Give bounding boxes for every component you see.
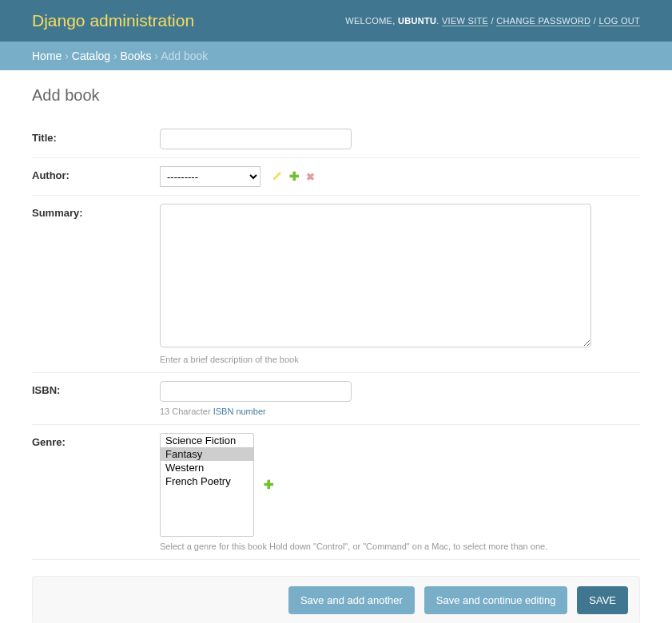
breadcrumb-current: Add book: [161, 50, 208, 62]
delete-author-icon[interactable]: ✖: [306, 171, 315, 183]
genre-select[interactable]: Science FictionFantasyWesternFrench Poet…: [160, 433, 254, 537]
isbn-label: ISBN:: [32, 381, 160, 396]
submit-row: Save and add another Save and continue e…: [32, 576, 640, 623]
breadcrumb-app[interactable]: Catalog: [72, 50, 110, 62]
add-genre-icon[interactable]: ✚: [264, 478, 274, 492]
genre-option[interactable]: French Poetry: [161, 474, 253, 488]
summary-label: Summary:: [32, 204, 160, 219]
genre-option[interactable]: Fantasy: [161, 447, 253, 461]
breadcrumb-model[interactable]: Books: [121, 50, 152, 62]
isbn-input[interactable]: [160, 381, 352, 402]
summary-help: Enter a brief description of the book: [160, 355, 640, 364]
username: UBUNTU: [398, 16, 436, 26]
breadcrumb-home[interactable]: Home: [32, 50, 62, 62]
user-tools: WELCOME, UBUNTU. VIEW SITE / CHANGE PASS…: [345, 16, 640, 26]
isbn-help: 13 Character ISBN number: [160, 407, 640, 416]
logout-link[interactable]: LOG OUT: [598, 16, 640, 26]
author-label: Author:: [32, 166, 160, 181]
change-author-icon[interactable]: [272, 170, 283, 184]
genre-option[interactable]: Western: [161, 461, 253, 474]
isbn-help-link[interactable]: ISBN number: [213, 407, 266, 416]
summary-textarea[interactable]: [160, 204, 591, 347]
genre-help: Select a genre for this book Hold down "…: [160, 542, 640, 551]
page-title: Add book: [32, 86, 640, 105]
save-button[interactable]: SAVE: [577, 586, 628, 614]
add-author-icon[interactable]: ✚: [289, 169, 300, 184]
change-password-link[interactable]: CHANGE PASSWORD: [496, 16, 590, 26]
view-site-link[interactable]: VIEW SITE: [442, 16, 488, 26]
title-label: Title:: [32, 129, 160, 144]
branding-title: Django administration: [32, 11, 194, 30]
welcome-text: WELCOME,: [345, 16, 398, 26]
genre-label: Genre:: [32, 433, 160, 448]
breadcrumb: Home › Catalog › Books › Add book: [0, 42, 672, 70]
genre-option[interactable]: Science Fiction: [161, 434, 253, 447]
save-continue-button[interactable]: Save and continue editing: [424, 586, 568, 614]
title-input[interactable]: [160, 129, 352, 149]
save-add-another-button[interactable]: Save and add another: [288, 586, 415, 614]
author-select[interactable]: ---------: [160, 166, 260, 187]
